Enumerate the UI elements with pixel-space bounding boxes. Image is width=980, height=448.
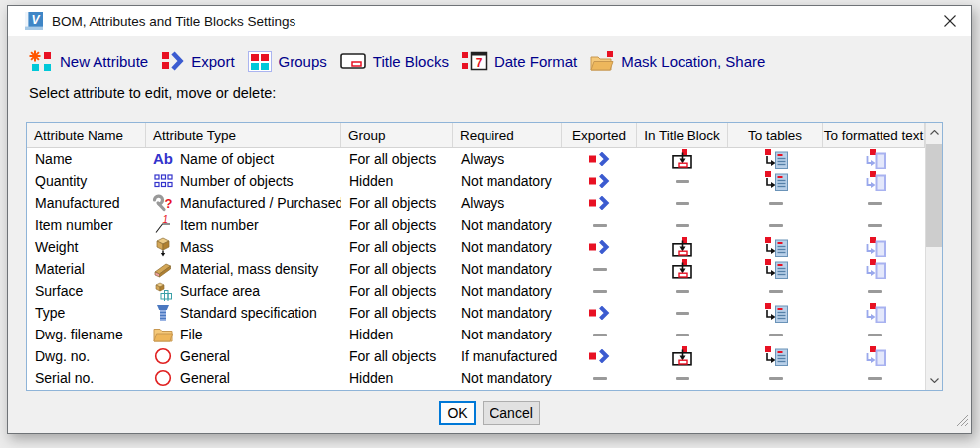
cell-group: For all objects (341, 305, 453, 321)
cell-to-tables (728, 325, 823, 344)
cell-required: Not mandatory (453, 305, 562, 321)
column-header-group[interactable]: Group (341, 123, 453, 147)
cell-in-title-block (637, 149, 728, 169)
table-row-surface[interactable]: Surface Surface areaFor all objectsNot m… (27, 280, 925, 302)
table-row-item-number[interactable]: Item number 1Item numberFor all objectsN… (27, 214, 925, 236)
dialog-window: V BOM, Attributes and Title Blocks Setti… (7, 5, 972, 434)
flag-title-block-icon (671, 259, 694, 279)
column-header-attribute-type[interactable]: Attribute Type (146, 123, 341, 147)
manufactured-purchased-icon: ? (151, 194, 175, 212)
table-row-weight[interactable]: Weight MassFor all objectsNot mandatory (27, 236, 925, 258)
scroll-up-icon[interactable] (926, 123, 942, 142)
general-icon (151, 368, 175, 388)
dash-icon (765, 368, 787, 388)
title-bar[interactable]: V BOM, Attributes and Title Blocks Setti… (8, 6, 971, 36)
column-header-exported[interactable]: Exported (562, 123, 637, 147)
toolbar-item-label: New Attribute (60, 53, 148, 70)
cell-to-tables (728, 237, 823, 257)
flag-tables-icon (764, 171, 788, 191)
cell-required: Not mandatory (453, 327, 562, 342)
cell-to-formatted-text (823, 171, 925, 191)
flag-exported-icon (589, 240, 611, 254)
cell-attribute-name: Quantity (27, 173, 146, 189)
dash-icon (589, 215, 611, 235)
svg-text:V: V (31, 13, 40, 27)
cell-exported (562, 306, 637, 320)
attribute-type-label: General (180, 348, 230, 364)
window-title: BOM, Attributes and Title Blocks Setting… (52, 14, 295, 29)
scrollbar-thumb[interactable] (926, 144, 942, 247)
close-icon[interactable] (929, 6, 971, 36)
toolbar-item-mask-location-share[interactable]: Mask Location, Share (590, 51, 765, 72)
dash-icon (672, 325, 693, 344)
cell-in-title-block (637, 281, 728, 301)
app-logo-icon: V (25, 12, 43, 30)
table-row-serial-no[interactable]: Serial no.GeneralHiddenNot mandatory (27, 367, 925, 389)
cell-to-tables (728, 368, 823, 388)
scrollbar-track[interactable] (926, 142, 942, 371)
dash-icon (672, 171, 693, 191)
table-row-material[interactable]: Material Material, mass densityFor all o… (27, 258, 925, 280)
cell-required: Not mandatory (453, 261, 562, 277)
cell-exported (562, 281, 637, 301)
toolbar-item-label: Title Blocks (373, 53, 449, 70)
cell-attribute-type: Mass (146, 237, 341, 257)
cell-required: If manufactured (453, 348, 562, 364)
svg-text:7: 7 (476, 56, 483, 70)
cell-to-formatted-text (823, 149, 925, 169)
column-header-attribute-name[interactable]: Attribute Name (27, 123, 146, 147)
table-row-quantity[interactable]: Quantity Number of objectsHiddenNot mand… (27, 170, 925, 192)
toolbar-item-label: Export (191, 53, 234, 70)
cell-group: Hidden (341, 370, 453, 386)
export-icon (161, 51, 184, 71)
toolbar-item-date-format[interactable]: 7Date Format (462, 51, 577, 71)
cancel-button[interactable]: Cancel (483, 401, 540, 425)
toolbar-item-export[interactable]: Export (161, 51, 234, 71)
scroll-down-icon[interactable] (926, 371, 942, 390)
toolbar-item-new-attribute[interactable]: New Attribute (29, 50, 148, 72)
cell-to-tables (728, 149, 823, 169)
column-header-to-tables[interactable]: To tables (728, 123, 823, 147)
table-row-name[interactable]: Name AbName of objectFor all objectsAlwa… (27, 148, 925, 170)
cell-attribute-name: Name (27, 151, 146, 167)
toolbar: New Attribute Export Groups Title Blocks… (8, 36, 971, 85)
svg-text:?: ? (165, 196, 173, 211)
cell-exported (562, 349, 637, 363)
dash-icon (589, 259, 611, 279)
resize-grip-icon[interactable] (956, 413, 969, 431)
cell-to-formatted-text (823, 259, 925, 279)
flag-title-block-icon (671, 346, 694, 366)
vertical-scrollbar[interactable] (925, 123, 942, 390)
table-row-dwg-filename[interactable]: Dwg. filename FileHiddenNot mandatory (27, 324, 925, 345)
toolbar-item-title-blocks[interactable]: Title Blocks (340, 53, 449, 70)
mass-icon (151, 237, 175, 257)
number-of-objects-icon (151, 174, 175, 188)
toolbar-item-label: Groups (279, 53, 327, 70)
column-header-required[interactable]: Required (453, 123, 562, 147)
cell-exported (562, 174, 637, 188)
table-row-manufactured[interactable]: Manufactured ?Manufactured / PurchasedFo… (27, 192, 925, 214)
toolbar-item-label: Date Format (494, 53, 577, 70)
cell-to-tables (728, 259, 823, 279)
dash-icon (589, 281, 611, 301)
cell-attribute-name: Dwg. no. (27, 348, 146, 364)
standard-specification-icon (151, 303, 175, 323)
cell-to-tables (728, 171, 823, 191)
cell-exported (562, 368, 637, 388)
column-header-in-title-block[interactable]: In Title Block (637, 123, 728, 147)
cell-in-title-block (637, 368, 728, 388)
attribute-type-label: Material, mass density (180, 261, 318, 277)
cell-to-tables (728, 303, 823, 323)
column-header-to-formatted-text[interactable]: To formatted text (823, 123, 925, 147)
table-row-dwg-no[interactable]: Dwg. no.GeneralFor all objectsIf manufac… (27, 345, 925, 367)
toolbar-item-groups[interactable]: Groups (248, 51, 327, 72)
table-row-type[interactable]: Type Standard specificationFor all objec… (27, 302, 925, 324)
name-of-object-icon: Ab (151, 151, 175, 167)
toolbar-item-label: Mask Location, Share (621, 53, 765, 70)
cell-attribute-name: Item number (27, 217, 146, 233)
dash-icon (864, 368, 885, 388)
cell-in-title-block (637, 303, 728, 323)
flag-exported-icon (589, 152, 611, 166)
ok-button[interactable]: OK (439, 401, 476, 425)
dash-icon (672, 303, 693, 323)
